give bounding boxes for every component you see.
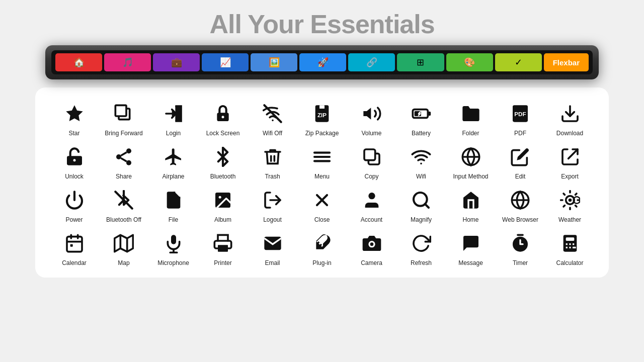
- icon-item-copy[interactable]: Copy: [348, 139, 395, 182]
- svg-line-22: [121, 152, 126, 156]
- icon-item-wifi-off[interactable]: Wifi Off: [249, 96, 296, 139]
- icon-item-calendar[interactable]: Calendar: [50, 225, 98, 268]
- icon-label-zip-package: Zip Package: [305, 130, 339, 137]
- icon-item-trash[interactable]: Trash: [249, 139, 296, 182]
- svg-rect-27: [364, 149, 375, 160]
- icon-item-export[interactable]: Export: [546, 139, 594, 182]
- icon-item-close[interactable]: Close: [298, 182, 346, 225]
- printer-icon: [210, 230, 236, 256]
- icon-label-album: Album: [214, 216, 231, 223]
- icon-label-battery: Battery: [412, 130, 431, 137]
- icon-item-pdf[interactable]: PDFPDF: [497, 96, 544, 139]
- unlock-icon: [61, 144, 88, 170]
- icon-label-calculator: Calculator: [556, 259, 583, 266]
- svg-marker-58: [115, 235, 133, 251]
- power-icon: [61, 187, 88, 213]
- touchbar-btn-2[interactable]: 💼: [153, 53, 200, 71]
- icon-label-magnify: Magnify: [411, 216, 432, 223]
- icon-item-weather[interactable]: Weather: [546, 182, 594, 225]
- icon-item-airplane[interactable]: Airplane: [149, 139, 197, 182]
- icon-row-1: UnlockShareAirplaneBluetoothTrashMenuCop…: [50, 139, 594, 182]
- icon-item-login[interactable]: Login: [149, 96, 197, 139]
- icon-item-bring-forward[interactable]: Bring Forward: [100, 96, 148, 139]
- svg-line-40: [425, 204, 429, 208]
- icon-item-bluetooth[interactable]: Bluetooth: [199, 139, 247, 182]
- icon-item-file[interactable]: File: [149, 182, 197, 225]
- icon-label-menu: Menu: [314, 173, 330, 180]
- icon-label-bluetooth: Bluetooth: [210, 173, 236, 180]
- touchbar-btn-0[interactable]: 🏠: [55, 53, 102, 71]
- icon-label-plugin: Plug-in: [312, 259, 331, 266]
- icon-item-refresh[interactable]: Refresh: [397, 225, 445, 268]
- web-browser-icon: [507, 187, 533, 213]
- wifi-icon: [408, 144, 434, 170]
- icon-item-plugin[interactable]: Plug-in: [298, 225, 346, 268]
- map-icon: [111, 230, 137, 256]
- icon-label-volume: Volume: [361, 130, 381, 137]
- svg-text:PDF: PDF: [514, 111, 526, 117]
- touchbar-btn-5[interactable]: 🚀: [299, 53, 346, 71]
- touchbar-btn-4[interactable]: 🖼️: [251, 53, 297, 71]
- svg-point-19: [116, 154, 121, 159]
- icon-item-star[interactable]: Star: [50, 96, 98, 139]
- icon-item-wifi[interactable]: Wifi: [397, 139, 445, 182]
- icon-item-home[interactable]: Home: [447, 182, 495, 225]
- icon-item-lock-screen[interactable]: Lock Screen: [199, 96, 247, 139]
- svg-line-47: [575, 206, 576, 207]
- touchbar-btn-7[interactable]: ⊞: [397, 53, 444, 71]
- touchbar: 🏠🎵💼📈🖼️🚀🔗⊞🎨✓ Flexbar: [45, 45, 599, 79]
- export-icon: [557, 144, 583, 170]
- svg-rect-61: [171, 235, 176, 244]
- svg-rect-1: [115, 105, 126, 116]
- icon-item-calculator[interactable]: Calculator: [546, 225, 594, 268]
- icons-panel: StarBring ForwardLoginLock ScreenWifi Of…: [35, 87, 609, 278]
- icon-item-email[interactable]: Email: [249, 225, 296, 268]
- touchbar-btn-3[interactable]: 📈: [202, 53, 249, 71]
- icon-item-download[interactable]: Download: [546, 96, 594, 139]
- svg-line-30: [568, 149, 577, 158]
- icon-item-microphone[interactable]: Microphone: [149, 225, 197, 268]
- icon-item-volume[interactable]: Volume: [348, 96, 395, 139]
- icon-label-email: Email: [265, 259, 280, 266]
- svg-rect-73: [573, 243, 574, 245]
- home-icon: [458, 187, 484, 213]
- icon-item-zip-package[interactable]: ZIPZip Package: [298, 96, 346, 139]
- icon-item-menu[interactable]: Menu: [298, 139, 346, 182]
- icon-item-message[interactable]: Message: [447, 225, 495, 268]
- icon-item-edit[interactable]: Edit: [497, 139, 544, 182]
- logout-icon: [260, 187, 286, 213]
- svg-rect-64: [218, 245, 228, 251]
- icon-item-logout[interactable]: Logout: [249, 182, 296, 225]
- flexbar-button[interactable]: Flexbar: [544, 53, 589, 71]
- icon-label-account: Account: [361, 216, 382, 223]
- icon-item-folder[interactable]: Folder: [447, 96, 495, 139]
- icon-item-printer[interactable]: Printer: [199, 225, 247, 268]
- icon-item-share[interactable]: Share: [100, 139, 148, 182]
- icon-item-unlock[interactable]: Unlock: [50, 139, 98, 182]
- icon-item-map[interactable]: Map: [100, 225, 148, 268]
- touchbar-btn-6[interactable]: 🔗: [348, 53, 395, 71]
- icon-label-bluetooth-off: Bluetooth Off: [106, 216, 141, 223]
- icon-label-wifi: Wifi: [416, 173, 426, 180]
- icon-item-album[interactable]: Album: [199, 182, 247, 225]
- icon-item-bluetooth-off[interactable]: Bluetooth Off: [100, 182, 148, 225]
- touchbar-btn-8[interactable]: 🎨: [446, 53, 493, 71]
- airplane-icon: [160, 144, 187, 170]
- icon-item-camera[interactable]: Camera: [348, 225, 395, 268]
- touchbar-btn-9[interactable]: ✓: [495, 53, 542, 71]
- icon-item-battery[interactable]: Battery: [397, 96, 445, 139]
- icon-label-refresh: Refresh: [411, 259, 432, 266]
- email-icon: [260, 230, 286, 256]
- icon-item-magnify[interactable]: Magnify: [397, 182, 445, 225]
- page-title: All Your Essentials: [209, 9, 434, 39]
- icon-item-timer[interactable]: Timer: [497, 225, 544, 268]
- icon-item-input-method[interactable]: Input Method: [447, 139, 495, 182]
- touchbar-btn-1[interactable]: 🎵: [104, 53, 151, 71]
- trash-icon: [260, 144, 286, 170]
- icon-label-download: Download: [556, 130, 583, 137]
- svg-point-34: [219, 196, 221, 199]
- icon-item-account[interactable]: Account: [348, 182, 395, 225]
- icon-item-web-browser[interactable]: Web Browser: [497, 182, 544, 225]
- icon-item-power[interactable]: Power: [50, 182, 98, 225]
- calculator-icon: [557, 230, 583, 256]
